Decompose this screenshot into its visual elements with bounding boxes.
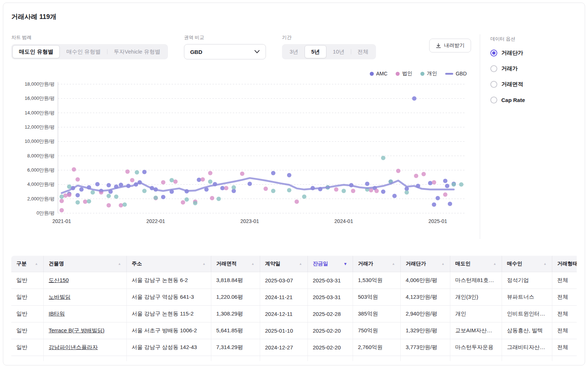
cell-area: 5,641.85평 [211, 322, 260, 339]
column-header-address[interactable]: 주소▲ [126, 256, 211, 272]
data-option-cap-rate[interactable]: Cap Rate [490, 96, 585, 104]
svg-text:18,000만원/평: 18,000만원/평 [25, 81, 55, 87]
sort-asc-icon[interactable]: ▲ [35, 262, 38, 266]
cell-address: 서울 강남구 논현동 6-2 [126, 272, 211, 289]
transactions-table-wrap[interactable]: 구분▲건물명▲주소▲거래면적▲계약일▲잔금일▼거래가▲거래단가▲매도인▲매수인▲… [11, 256, 577, 361]
table-header-row: 구분▲건물명▲주소▲거래면적▲계약일▲잔금일▼거래가▲거래단가▲매도인▲매수인▲… [11, 256, 577, 272]
cell-address: 서울 강남구 삼성동 142-43 [126, 339, 211, 356]
column-header-building[interactable]: 건물명▲ [43, 256, 126, 272]
svg-text:16,000만원/평: 16,000만원/평 [25, 95, 55, 101]
cell-unit_price: 2,940만원/평 [400, 305, 450, 322]
building-link[interactable]: Terrace B(구 방배빌딩) [49, 327, 105, 333]
cell-price: 503억원 [353, 289, 400, 305]
radio-icon[interactable] [490, 65, 497, 72]
cell-buyer [502, 356, 552, 361]
sort-desc-icon[interactable]: ▼ [344, 262, 348, 266]
legend-line-swatch [445, 73, 453, 75]
cell-contract_date [260, 356, 307, 361]
radio-icon[interactable] [490, 97, 497, 103]
column-header-contract_date[interactable]: 계약일▲ [260, 256, 307, 272]
column-header-label: 잔금일 [313, 261, 328, 267]
column-header-balance_date[interactable]: 잔금일▼ [307, 256, 353, 272]
svg-text:2021-01: 2021-01 [52, 218, 71, 224]
page-title: 거래사례 119개 [3, 12, 585, 21]
column-header-label: 계약일 [265, 261, 281, 267]
cell-building: Terrace B(구 방배빌딩) [43, 322, 126, 339]
column-header-label: 거래가 [358, 261, 373, 267]
data-option-price[interactable]: 거래가 [490, 64, 585, 73]
svg-text:0만원/평: 0만원/평 [36, 210, 55, 216]
data-option-label: 거래단가 [501, 50, 523, 56]
cell-deal_type: 전체 [552, 339, 577, 356]
svg-text:12,000만원/평: 12,000만원/평 [25, 124, 55, 130]
column-header-label: 거래형태 [557, 261, 577, 267]
legend-item-label: GBD [456, 71, 467, 77]
cell-price: 750억원 [353, 322, 400, 339]
cell-area: 1,220.06평 [211, 289, 260, 305]
cell-contract_date: 2025-01-10 [260, 322, 307, 339]
data-option-label: 거래가 [501, 65, 518, 72]
radio-icon[interactable] [490, 81, 497, 88]
column-header-buyer[interactable]: 매수인▲ [502, 256, 552, 272]
legend-dot-icon [370, 72, 374, 76]
cell-contract_date: 2024-12-27 [260, 339, 307, 356]
column-header-label: 거래면적 [216, 261, 237, 267]
legend-tab-vehicle-type[interactable]: 투자Vehicle 유형별 [107, 45, 167, 58]
period-tab-3y[interactable]: 3년 [283, 45, 305, 58]
column-header-deal_type[interactable]: 거래형태▲ [552, 256, 577, 272]
column-header-label: 매수인 [507, 261, 522, 267]
column-header-price[interactable]: 거래가▲ [353, 256, 400, 272]
building-link[interactable]: 강남파이낸스플라자 [49, 344, 98, 350]
cell-address: 서울 강남구 논현동 115-2 [126, 305, 211, 322]
download-button[interactable]: 내려받기 [429, 39, 471, 52]
cell-category: 일반 [11, 339, 43, 356]
cell-area [211, 356, 260, 361]
sort-asc-icon[interactable]: ▲ [544, 262, 547, 266]
legend-tab-seller-type[interactable]: 매도인 유형별 [12, 45, 60, 58]
column-header-area[interactable]: 거래면적▲ [211, 256, 260, 272]
cell-buyer: 삼동흥산, 빌텍 [502, 322, 552, 339]
region-dropdown-value: GBD [190, 49, 202, 55]
building-link[interactable]: IB타워 [49, 310, 65, 317]
region-compare-label: 권역 비교 [184, 34, 266, 41]
legend-type-segmented: 매도인 유형별매수인 유형별투자Vehicle 유형별 [11, 44, 168, 59]
cell-category: 일반 [11, 289, 43, 305]
data-option-area[interactable]: 거래면적 [490, 80, 585, 88]
chart-column: 차트 범례 매도인 유형별매수인 유형별투자Vehicle 유형별 권역 비교 … [3, 34, 480, 239]
data-option-unit-price[interactable]: 거래단가 [490, 49, 585, 57]
sort-asc-icon[interactable]: ▲ [203, 262, 206, 266]
legend-tab-buyer-type[interactable]: 매수인 유형별 [60, 45, 107, 58]
sort-asc-icon[interactable]: ▲ [118, 262, 121, 266]
sort-asc-icon[interactable]: ▲ [493, 262, 497, 266]
top-section: 차트 범례 매도인 유형별매수인 유형별투자Vehicle 유형별 권역 비교 … [3, 34, 585, 239]
svg-text:6,000만원/평: 6,000만원/평 [27, 167, 55, 173]
column-header-seller[interactable]: 매도인▲ [450, 256, 502, 272]
sort-asc-icon[interactable]: ▲ [251, 262, 255, 266]
cell-balance_date: 2025-02-28 [307, 305, 353, 322]
period-tab-10y[interactable]: 10년 [326, 45, 351, 58]
column-header-label: 매도인 [455, 261, 471, 267]
table-row: 일반노바빌딩서울 강남구 역삼동 641-31,220.06평2024-11-2… [11, 289, 577, 305]
svg-text:2022-01: 2022-01 [146, 218, 165, 224]
sort-asc-icon[interactable]: ▲ [392, 262, 395, 266]
sort-asc-icon[interactable]: ▲ [299, 262, 302, 266]
period-segmented: 3년5년10년전체 [282, 44, 376, 59]
column-header-label: 구분 [16, 261, 27, 267]
building-link[interactable]: 도산150 [49, 277, 69, 283]
region-dropdown[interactable]: GBD [184, 44, 266, 59]
column-header-label: 거래단가 [406, 261, 426, 267]
sort-asc-icon[interactable]: ▲ [442, 262, 445, 266]
radio-icon[interactable] [490, 50, 497, 56]
chevron-down-icon [254, 50, 260, 54]
period-tab-all[interactable]: 전체 [351, 45, 375, 58]
cell-seller: 마스턴투자운용 [450, 339, 502, 356]
building-link[interactable]: 노바빌딩 [49, 294, 71, 300]
period-tab-5y[interactable]: 5년 [305, 45, 326, 58]
cell-address [126, 356, 211, 361]
column-header-unit_price[interactable]: 거래단가▲ [400, 256, 450, 272]
cell-seller [450, 356, 502, 361]
column-header-category[interactable]: 구분▲ [11, 256, 43, 272]
cell-category: 일반 [11, 322, 43, 339]
cell-category: 일반 [11, 272, 43, 289]
cell-unit_price: 1,329만원/평 [400, 322, 450, 339]
